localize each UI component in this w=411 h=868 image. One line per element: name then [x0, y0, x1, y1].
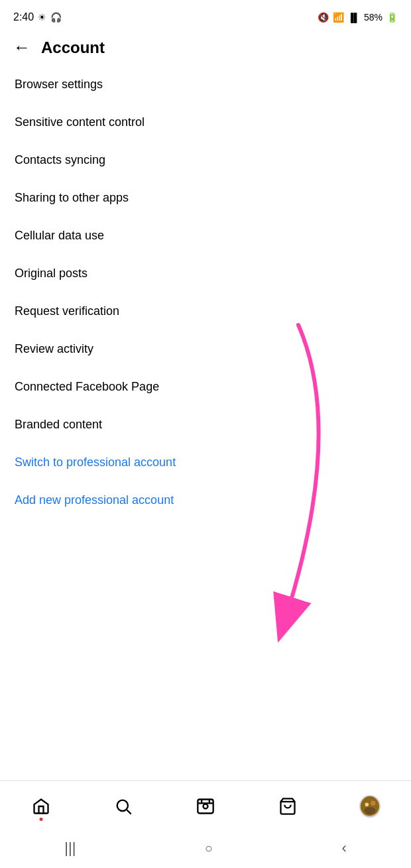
svg-point-11 [371, 800, 375, 805]
home-dot [40, 818, 43, 821]
battery-text: 58% [364, 12, 382, 23]
back-sys-button[interactable]: ‹ [341, 839, 346, 857]
back-button[interactable]: ← [13, 37, 30, 58]
nav-shop[interactable] [268, 796, 308, 817]
mute-icon: 🔇 [318, 12, 329, 23]
header: ← Account [0, 32, 411, 66]
svg-rect-3 [198, 799, 213, 813]
status-time: 2:40 ☀ 🎧 [13, 11, 62, 23]
status-bar: 2:40 ☀ 🎧 🔇 📶 ▐▌ 58% 🔋 [0, 0, 411, 32]
home-button[interactable]: ○ [205, 841, 213, 856]
wifi-icon: 📶 [333, 12, 344, 23]
home-icon [30, 796, 52, 817]
profile-avatar [359, 796, 381, 817]
shop-icon [277, 796, 298, 817]
menu-item-connected-facebook[interactable]: Connected Facebook Page [0, 368, 411, 406]
svg-line-2 [127, 810, 131, 814]
menu-item-sharing-apps[interactable]: Sharing to other apps [0, 179, 411, 217]
menu-item-original-posts[interactable]: Original posts [0, 255, 411, 292]
bottom-nav [0, 780, 411, 828]
menu-list: Browser settingsSensitive content contro… [0, 66, 411, 519]
menu-item-sensitive-content[interactable]: Sensitive content control [0, 103, 411, 141]
menu-item-review-activity[interactable]: Review activity [0, 330, 411, 368]
dnd-icon: 🎧 [50, 12, 62, 23]
nav-profile[interactable] [350, 796, 390, 817]
menu-item-branded-content[interactable]: Branded content [0, 406, 411, 444]
menu-item-browser-settings[interactable]: Browser settings [0, 66, 411, 103]
nav-search[interactable] [103, 796, 143, 817]
svg-point-1 [117, 800, 128, 810]
menu-item-add-professional[interactable]: Add new professional account [0, 481, 411, 519]
nav-reels[interactable] [186, 796, 225, 817]
menu-item-request-verification[interactable]: Request verification [0, 292, 411, 330]
menu-item-contacts-syncing[interactable]: Contacts syncing [0, 141, 411, 179]
battery-icon: 🔋 [386, 12, 398, 23]
reels-icon [195, 796, 216, 817]
svg-point-10 [365, 802, 369, 806]
sys-nav: ||| ○ ‹ [0, 828, 411, 868]
signal-icon: ▐▌ [348, 13, 360, 23]
svg-point-12 [365, 806, 376, 814]
brightness-icon: ☀ [38, 12, 46, 23]
menu-item-cellular-data[interactable]: Cellular data use [0, 217, 411, 255]
status-icons: 🔇 📶 ▐▌ 58% 🔋 [318, 12, 398, 23]
search-icon [113, 796, 134, 817]
nav-home[interactable] [21, 796, 61, 817]
menu-item-switch-professional[interactable]: Switch to professional account [0, 444, 411, 481]
page-title: Account [41, 38, 105, 57]
recent-apps-button[interactable]: ||| [64, 839, 76, 857]
svg-point-4 [204, 804, 208, 808]
